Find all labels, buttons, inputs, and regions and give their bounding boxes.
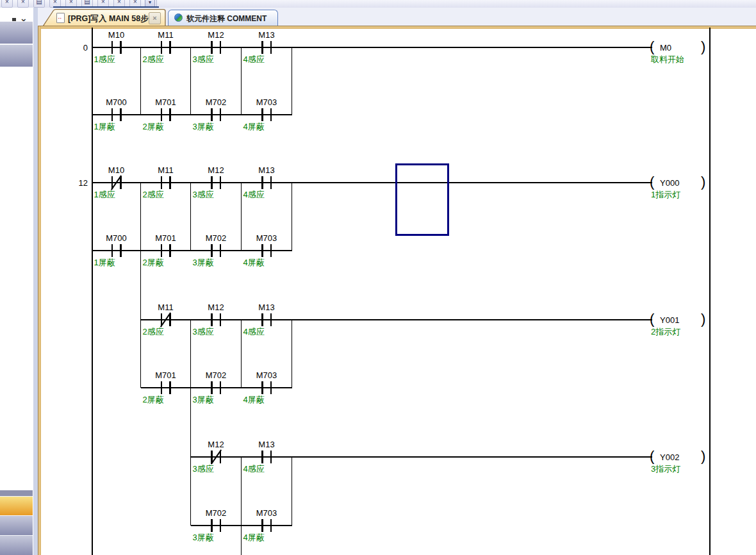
contact-bar[interactable] (270, 176, 272, 189)
contact-bar[interactable] (120, 41, 122, 54)
nav-section-bar[interactable] (0, 44, 33, 67)
contact-bar[interactable] (111, 108, 113, 121)
wire (92, 250, 292, 251)
contact-device-label: M702 (206, 233, 227, 243)
contact-bar[interactable] (261, 244, 263, 257)
wire (241, 526, 242, 555)
contact-bar[interactable] (211, 313, 213, 326)
contact-bar[interactable] (120, 108, 122, 121)
wire (92, 114, 292, 115)
tab-program-label: [PRG]写入 MAIN 58步 (68, 13, 149, 24)
contact-bar[interactable] (261, 41, 263, 54)
coil-device-label[interactable]: Y002 (660, 452, 679, 462)
contact-bar[interactable] (261, 519, 263, 532)
contact-bar[interactable] (270, 313, 272, 326)
contact-bar[interactable] (220, 41, 222, 54)
contact-comment: 1屏蔽 (94, 121, 115, 133)
contact-comment: 2屏蔽 (143, 121, 164, 133)
nav-section-bar[interactable] (0, 490, 33, 496)
contact-bar[interactable] (161, 108, 163, 121)
contact-comment: 4感应 (243, 326, 265, 338)
contact-comment: 4感应 (243, 189, 265, 201)
contact-bar[interactable] (169, 313, 171, 326)
contact-bar[interactable] (270, 451, 272, 463)
contact-bar[interactable] (161, 244, 163, 257)
contact-bar[interactable] (211, 381, 213, 394)
contact-comment: 3屏蔽 (193, 394, 214, 406)
contact-device-label: M702 (206, 97, 227, 107)
contact-bar[interactable] (161, 176, 163, 189)
contact-bar[interactable] (270, 108, 272, 121)
contact-bar[interactable] (270, 381, 272, 394)
contact-bar[interactable] (169, 176, 171, 189)
contact-bar[interactable] (161, 381, 163, 394)
contact-comment: 4屏蔽 (243, 532, 265, 543)
contact-bar[interactable] (161, 41, 163, 54)
contact-bar[interactable] (111, 176, 113, 189)
coil-close-paren: ) (701, 311, 705, 327)
contact-bar[interactable] (270, 244, 272, 257)
contact-bar[interactable] (211, 176, 213, 189)
contact-bar[interactable] (111, 244, 113, 257)
nav-section-bar[interactable] (0, 535, 33, 555)
contact-bar[interactable] (169, 381, 171, 394)
contact-bar[interactable] (169, 244, 171, 257)
contact-comment: 1屏蔽 (94, 257, 115, 269)
contact-bar[interactable] (261, 381, 263, 394)
contact-bar[interactable] (220, 176, 222, 189)
contact-bar[interactable] (270, 41, 272, 54)
contact-bar[interactable] (211, 108, 213, 121)
contact-device-label: M13 (258, 440, 274, 449)
toolbar-icon[interactable]: ▤ (33, 0, 45, 8)
contact-bar[interactable] (211, 41, 213, 54)
contact-bar[interactable] (169, 41, 171, 54)
contact-bar[interactable] (220, 381, 222, 394)
coil-comment: 2指示灯 (651, 326, 680, 338)
nav-section-bar[interactable] (0, 21, 33, 44)
contact-bar[interactable] (211, 244, 213, 257)
contact-bar[interactable] (111, 41, 113, 54)
coil-open-paren: ( (650, 311, 654, 327)
contact-device-label: M13 (258, 165, 274, 175)
nav-section-bar-selected[interactable] (0, 496, 33, 515)
coil-device-label[interactable]: Y000 (660, 178, 679, 188)
tab-close-button[interactable]: × (149, 12, 161, 24)
contact-bar[interactable] (220, 313, 222, 326)
contact-bar[interactable] (211, 519, 213, 532)
contact-comment: 4感应 (243, 463, 265, 475)
contact-device-label: M12 (208, 302, 224, 312)
contact-bar[interactable] (220, 244, 222, 257)
coil-comment: 3指示灯 (651, 463, 680, 475)
contact-bar[interactable] (261, 313, 263, 326)
contact-bar[interactable] (261, 176, 263, 189)
contact-device-label: M700 (106, 97, 127, 107)
contact-bar[interactable] (120, 176, 122, 189)
tab-device-comment[interactable]: 软元件注释 COMMENT (168, 10, 278, 26)
contact-bar[interactable] (220, 519, 222, 532)
contact-bar[interactable] (261, 451, 263, 463)
toolbar-icon[interactable]: × (1, 0, 13, 8)
contact-bar[interactable] (120, 244, 122, 257)
contact-bar[interactable] (211, 451, 213, 463)
panel-splitter[interactable] (33, 8, 38, 555)
tab-program-main[interactable]: ↔ [PRG]写入 MAIN 58步 × (42, 9, 167, 26)
document-border (38, 26, 41, 555)
right-power-rail (709, 28, 711, 555)
selection-cursor[interactable] (395, 163, 449, 236)
contact-bar[interactable] (261, 108, 263, 121)
coil-close-paren: ) (701, 174, 705, 190)
contact-device-label: M13 (258, 30, 274, 40)
contact-comment: 2感应 (143, 189, 164, 201)
contact-bar[interactable] (169, 108, 171, 121)
contact-bar[interactable] (161, 313, 163, 326)
coil-device-label[interactable]: M0 (660, 43, 671, 53)
wire (92, 183, 93, 251)
toolbar-icon[interactable]: × (17, 0, 29, 8)
coil-open-paren: ( (650, 174, 654, 190)
contact-comment: 2屏蔽 (143, 394, 164, 406)
contact-bar[interactable] (220, 108, 222, 121)
contact-bar[interactable] (220, 451, 222, 463)
coil-device-label[interactable]: Y001 (660, 315, 679, 325)
nav-section-bar[interactable] (0, 515, 33, 535)
contact-bar[interactable] (270, 519, 272, 532)
